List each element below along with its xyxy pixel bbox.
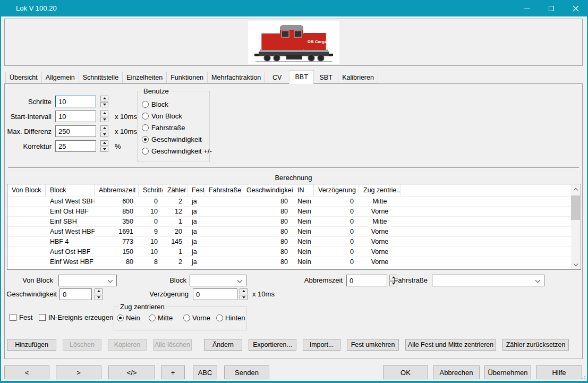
radio-mitte[interactable]: Mitte	[149, 314, 173, 322]
col-block[interactable]: Block	[46, 184, 95, 196]
max-differenz-input[interactable]	[55, 125, 96, 137]
spin-down-icon[interactable]	[100, 147, 108, 152]
verzoegerung-input[interactable]	[193, 288, 237, 300]
tab-mehrfachtraktion[interactable]: Mehrfachtraktion	[207, 72, 265, 83]
berechnung-table: Von BlockBlockAbbremszeitSchritteZählerF…	[7, 184, 581, 270]
schritte-input[interactable]	[55, 96, 96, 107]
tab-einzelheiten[interactable]: Einzelheiten	[122, 72, 167, 83]
col-zaehler[interactable]: Zähler	[163, 184, 188, 196]
exportieren-button[interactable]: Exportieren...	[249, 339, 296, 351]
spin-down-icon[interactable]	[240, 295, 248, 301]
korrektur-input[interactable]	[55, 140, 96, 152]
col-fahrstrasse[interactable]: Fahrstraße	[204, 184, 242, 196]
max-differenz-spinner[interactable]	[100, 125, 108, 137]
table-row[interactable]: Ausf West HBF1691920ja80Nein0Vorne	[7, 227, 581, 237]
tab-bbt[interactable]: BBT	[289, 70, 314, 84]
radio-block[interactable]: Block	[142, 98, 212, 110]
senden-button[interactable]: Senden	[224, 365, 269, 379]
tab-cv[interactable]: CV	[265, 72, 289, 83]
col-schritte[interactable]: Schritte	[139, 184, 163, 196]
radio-fahrstrasse[interactable]: Fahrstraße	[142, 122, 212, 133]
maximize-button[interactable]	[539, 0, 564, 16]
spin-down-icon[interactable]	[100, 117, 108, 123]
in-ereignis-checkbox[interactable]: IN-Ereignis erzeugen	[39, 313, 113, 321]
zaehler-zuruecksetzen-button[interactable]: Zähler zurücksetzen	[502, 339, 569, 351]
cell-in: Nein	[293, 218, 314, 225]
resize-grip[interactable]	[582, 376, 586, 380]
tab-sbt[interactable]: SBT	[313, 72, 338, 83]
table-row[interactable]: HBF 477310145ja80Nein0Vorne	[7, 237, 581, 247]
spin-up-icon[interactable]	[100, 110, 108, 116]
korrektur-spinner[interactable]	[100, 140, 108, 152]
fest-umkehren-button[interactable]: Fest umkehren	[347, 339, 399, 351]
radio-hinten[interactable]: Hinten	[216, 314, 245, 322]
scroll-down-button[interactable]	[571, 260, 580, 269]
fahrstrasse-select[interactable]	[432, 275, 544, 286]
col-verzoegerung[interactable]: Verzögerung	[314, 184, 359, 196]
scroll-up-button[interactable]	[571, 185, 580, 193]
spin-down-icon[interactable]	[100, 132, 108, 138]
table-row[interactable]: Ausf Ost HBF150101ja80Nein0Vorne	[7, 247, 581, 257]
spin-down-icon[interactable]	[100, 102, 108, 108]
tab-uebersicht[interactable]: Übersicht	[5, 72, 42, 83]
korrektur-unit: %	[115, 142, 121, 150]
fest-checkbox[interactable]: Fest	[10, 313, 32, 321]
alle-fest-und-mitte-zentrieren-button[interactable]: Alle Fest und Mitte zentrieren	[405, 339, 496, 351]
start-intervall-input[interactable]	[55, 110, 96, 122]
radio-von-block[interactable]: Von Block	[142, 110, 212, 122]
cell-verzoegerung: 0	[314, 198, 359, 205]
verzoegerung-spinner[interactable]	[240, 288, 248, 300]
radio-vorne[interactable]: Vorne	[183, 314, 210, 322]
radio-geschwindigkeit-plus[interactable]: Geschwindigkeit +/-	[142, 145, 212, 157]
next-button[interactable]: >	[56, 365, 101, 379]
schritte-spinner[interactable]	[100, 96, 108, 107]
table-scrollbar[interactable]	[571, 185, 580, 269]
abc-button[interactable]: ABC	[193, 365, 217, 379]
titlebar[interactable]: Lok V 100.20	[0, 0, 588, 16]
minimize-button[interactable]	[515, 0, 539, 16]
table-row[interactable]: Einf West HBF8082ja80Nein0Vorne	[7, 257, 581, 267]
import-button[interactable]: Import...	[303, 339, 340, 351]
loeschen-button[interactable]: Löschen	[63, 339, 101, 351]
code-button[interactable]: </>	[108, 365, 155, 379]
hinzufuegen-button[interactable]: Hinzufügen	[7, 339, 56, 351]
tab-funktionen[interactable]: Funktionen	[166, 72, 208, 83]
cell-zaehler: 1	[163, 248, 188, 256]
geschwindigkeit-spinner[interactable]	[95, 288, 103, 300]
prev-button[interactable]: <	[4, 365, 49, 379]
block-select[interactable]	[190, 275, 246, 286]
tab-kalibrieren[interactable]: Kalibrieren	[338, 72, 378, 83]
von-block-select[interactable]	[58, 275, 117, 286]
spin-down-icon[interactable]	[95, 295, 103, 301]
uebernehmen-button[interactable]: Übernehmen	[484, 365, 531, 379]
col-geschwindigkeit[interactable]: Geschwindigkeit	[242, 184, 293, 196]
spin-up-icon[interactable]	[100, 96, 108, 101]
col-abbremszeit[interactable]: Abbremszeit	[95, 184, 139, 196]
col-fest[interactable]: Fest	[188, 184, 204, 196]
col-von-block[interactable]: Von Block	[7, 184, 46, 196]
spin-up-icon[interactable]	[95, 288, 103, 294]
abbrechen-button[interactable]: Abbrechen	[433, 365, 480, 379]
col-zug-zentrie[interactable]: Zug zentrie...	[359, 184, 400, 196]
tab-allgemein[interactable]: Allgemein	[41, 72, 79, 83]
tab-schnittstelle[interactable]: Schnittstelle	[79, 72, 123, 83]
table-row[interactable]: Einf SBH35001ja80Nein0Mitte	[7, 217, 581, 227]
table-row[interactable]: Ausf West SBH60002ja80Nein0Mitte	[7, 197, 581, 207]
scrollbar-thumb[interactable]	[571, 195, 580, 220]
hilfe-button[interactable]: Hilfe	[536, 365, 582, 379]
aendern-button[interactable]: Ändern	[204, 339, 242, 351]
close-button[interactable]	[564, 0, 588, 16]
geschwindigkeit-input[interactable]	[59, 288, 92, 300]
col-in[interactable]: IN	[293, 184, 314, 196]
radio-geschwindigkeit[interactable]: Geschwindigkeit	[142, 133, 212, 145]
ok-button[interactable]: OK	[383, 365, 428, 379]
kopieren-button[interactable]: Kopieren	[108, 339, 147, 351]
spin-up-icon[interactable]	[100, 140, 108, 146]
start-intervall-spinner[interactable]	[100, 110, 108, 122]
alle-loeschen-button[interactable]: Alle löschen	[153, 339, 192, 351]
spin-up-icon[interactable]	[100, 125, 108, 131]
table-row[interactable]: Einf Ost HBF8501012ja80Nein0Vorne	[7, 207, 581, 217]
spin-up-icon[interactable]	[240, 288, 248, 294]
radio-nein[interactable]: Nein	[117, 314, 140, 322]
plus-button[interactable]: +	[161, 365, 185, 379]
